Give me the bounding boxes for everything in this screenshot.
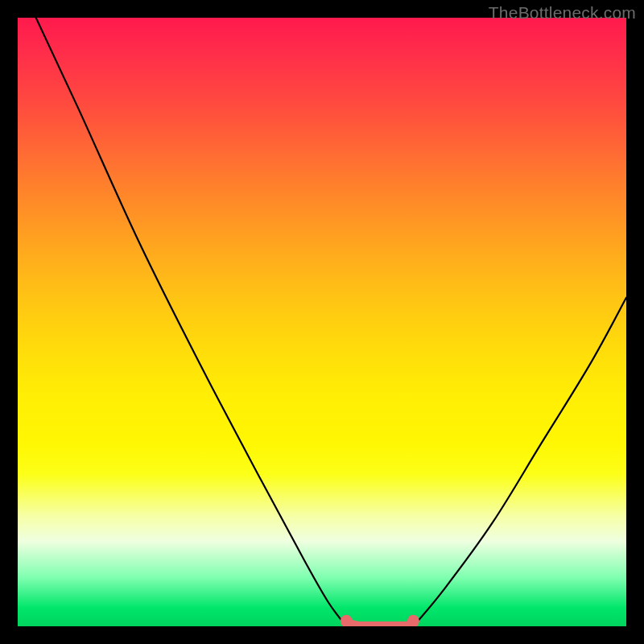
plot-area (18, 18, 626, 626)
curve-right-branch (413, 298, 626, 626)
chart-frame: TheBottleneck.com (0, 0, 644, 644)
marker-segment (346, 623, 413, 626)
curve-left-branch (36, 18, 347, 626)
marker-endpoint-0 (341, 615, 353, 626)
watermark-text: TheBottleneck.com (489, 3, 636, 23)
chart-svg (18, 18, 626, 626)
marker-endpoint-1 (407, 615, 419, 626)
